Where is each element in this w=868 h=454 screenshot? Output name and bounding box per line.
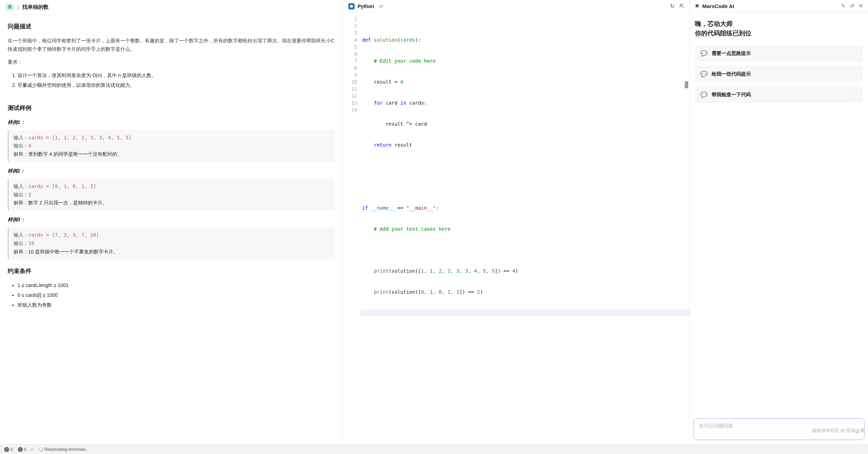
greet-line1: 嗨，芯动大师 (695, 19, 863, 29)
error-icon: × (4, 447, 9, 452)
constraint-item: 班级人数为奇数 (17, 301, 335, 309)
line-number: 2 (351, 22, 357, 29)
code-line: result = 0 (362, 78, 690, 85)
sample-explain-value: 拿到数字 4 的同学是唯一一个没有配对的。 (28, 151, 122, 157)
section-tests-heading: 测试样例 (8, 103, 335, 113)
code-lines[interactable]: def solution(cards): # Edit your code he… (362, 15, 690, 444)
sparkle-icon: ✳ (695, 3, 699, 9)
minimap-handle[interactable] (685, 81, 688, 88)
problem-number: 1 (17, 5, 20, 10)
sample3-box: 输入：cards = [7, 3, 3, 7, 10] 输出：10 解释：10 … (8, 228, 335, 259)
code-line: if __name__ == "__main__": (362, 204, 690, 211)
sample-input-label: 输入： (14, 232, 28, 238)
line-number: 12 (351, 92, 357, 99)
chat-icon: 💬 (700, 71, 707, 77)
code-line: # Add your test cases here (362, 225, 690, 232)
problem-description: 在一个班级中，每位同学都拿到了一张卡片，上面有一个整数。有趣的是，除了一个数字之… (8, 37, 335, 54)
requirements-label: 要求： (8, 58, 335, 67)
line-number: 9 (351, 71, 357, 78)
language-name: Python (357, 4, 374, 9)
language-selector[interactable]: Python ⇄ (348, 3, 383, 9)
code-line: def solution(cards): (362, 36, 690, 43)
warnings-indicator[interactable]: ! 0 (18, 447, 27, 452)
error-count: 0 (10, 447, 13, 452)
ai-input-placeholder: 你可以问我问题 (699, 423, 859, 429)
code-line: # Edit your code here (362, 57, 690, 64)
problem-panel: 易 1 找单独的数 问题描述 在一个班级中，每位同学都拿到了一张卡片，上面有一个… (0, 0, 343, 444)
line-number: 4 (351, 36, 357, 43)
terminal-status[interactable]: Reactivating terminals... (39, 447, 89, 452)
editor-actions: ↻ ⇱ (670, 3, 684, 9)
code-line (362, 309, 690, 316)
sample3-label: 样例3： (8, 216, 335, 224)
sample-input-label: 输入： (14, 135, 28, 140)
editor-header: Python ⇄ ↻ ⇱ (343, 0, 690, 13)
chat-icon: 💬 (700, 91, 707, 98)
suggestion-hint[interactable]: 💬需要一点思路提示 → (695, 45, 863, 62)
sample-output-value: 4 (28, 143, 31, 148)
constraint-item: 1 ≤ cards.length ≤ 1001 (17, 281, 335, 290)
history-button[interactable]: ↺ (850, 3, 854, 9)
divider (8, 96, 335, 96)
arrow-icon: → (853, 71, 858, 77)
line-number: 8 (351, 64, 357, 71)
suggestion-text: 给我一些代码提示 (712, 71, 751, 77)
refresh-button[interactable]: ↻ (670, 3, 675, 9)
code-line: result ^= card (362, 120, 690, 127)
line-number: 3 (351, 29, 357, 36)
sample-input-value: cards = [1, 1, 2, 2, 3, 3, 4, 5, 5] (28, 135, 131, 140)
problem-body[interactable]: 问题描述 在一个班级中，每位同学都拿到了一张卡片，上面有一个整数。有趣的是，除了… (0, 15, 342, 444)
sample-explain-value: 数字 2 只出现一次，是独特的卡片。 (28, 200, 107, 205)
python-icon (348, 3, 355, 9)
sample-explain-label: 解释： (14, 200, 28, 205)
ai-body: 嗨，芯动大师 你的代码陪练已到位 💬需要一点思路提示 → 💬给我一些代码提示 →… (690, 12, 868, 415)
code-line: return result (362, 141, 690, 148)
code-line: print(solution([0, 1, 0, 1, 2]) == 2) (362, 288, 690, 295)
suggestion-code[interactable]: 💬给我一些代码提示 → (695, 66, 863, 82)
chat-icon: 💬 (700, 50, 707, 57)
sample1-label: 样例1： (8, 118, 335, 127)
greet-line2: 你的代码陪练已到位 (695, 29, 863, 38)
sample-explain-label: 解释： (14, 249, 28, 254)
editor-panel: Python ⇄ ↻ ⇱ 1 2 3 4 5 6 7 8 9 10 11 12 (343, 0, 690, 444)
ai-chat-input[interactable]: 你可以问我问题 ➤ (693, 418, 865, 440)
ai-brand: ✳ MarsCode AI (695, 3, 734, 9)
sample-output-label: 输出： (14, 143, 28, 148)
run-button[interactable]: ▷ (31, 447, 34, 452)
sample1-box: 输入：cards = [1, 1, 2, 2, 3, 3, 4, 5, 5] 输… (8, 130, 335, 162)
arrow-icon: → (853, 51, 858, 56)
ai-brand-name: MarsCode AI (702, 3, 734, 9)
play-icon: ▷ (31, 447, 34, 452)
close-button[interactable]: ✕ (859, 3, 863, 9)
status-bar: × 0 ! 0 ▷ Reactivating terminals... (0, 444, 868, 454)
suggestion-check[interactable]: 💬帮我检查一下代码 → (695, 86, 863, 103)
sample-output-value: 10 (28, 240, 34, 246)
sample-output-label: 输出： (14, 192, 28, 197)
sample-explain-value: 10 是班级中唯一一个不重复的数字卡片。 (28, 249, 118, 254)
send-icon[interactable]: ➤ (855, 429, 859, 435)
line-number: 10 (351, 78, 357, 85)
errors-indicator[interactable]: × 0 (4, 447, 13, 452)
sample-input-value: cards = [0, 1, 0, 1, 2] (28, 183, 96, 189)
terminal-status-text: Reactivating terminals... (44, 447, 89, 452)
sample-output-value: 2 (28, 192, 31, 197)
line-number: 13 (351, 99, 357, 106)
constraint-item: 0 ≤ cards[i] ≤ 1000 (17, 291, 335, 300)
ai-panel: ✳ MarsCode AI ✎ ↺ ✕ 嗨，芯动大师 你的代码陪练已到位 💬需要… (690, 0, 868, 444)
line-number: 5 (351, 43, 357, 50)
requirement-item: 设计一个算法，使其时间复杂度为 O(n)，其中 n 是班级的人数。 (17, 71, 335, 80)
swap-icon: ⇄ (379, 4, 383, 9)
sample2-box: 输入：cards = [0, 1, 0, 1, 2] 输出：2 解释：数字 2 … (8, 179, 335, 211)
ai-input-wrap: 你可以问我问题 ➤ (690, 415, 868, 444)
new-chat-button[interactable]: ✎ (841, 3, 846, 9)
arrow-icon: → (853, 92, 858, 97)
problem-title: 找单独的数 (22, 4, 49, 11)
sample2-label: 样例2： (8, 167, 335, 175)
sample-input-label: 输入： (14, 183, 28, 189)
code-line: for card in cards: (362, 99, 690, 106)
code-editor[interactable]: 1 2 3 4 5 6 7 8 9 10 11 12 13 14 def sol… (343, 13, 690, 444)
bookmark-button[interactable]: ⇱ (680, 3, 684, 9)
sample-input-value: cards = [7, 3, 3, 7, 10] (28, 232, 99, 238)
line-number: 1 (351, 15, 357, 22)
code-line (362, 162, 690, 169)
